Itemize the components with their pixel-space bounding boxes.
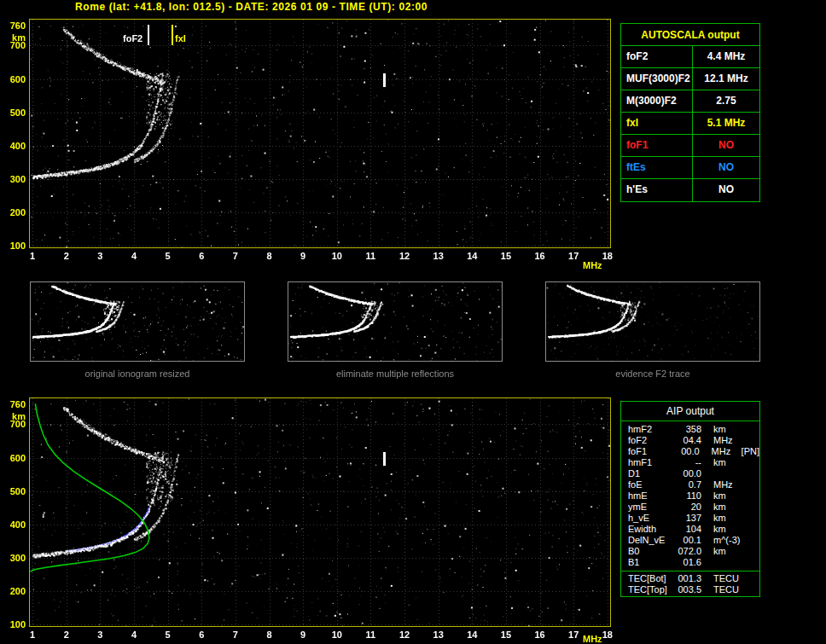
- aip-unit-label: km: [701, 424, 744, 435]
- aip-param-label: DelN_vE: [621, 535, 669, 546]
- x-axis-tick-label: 17: [563, 251, 584, 261]
- aip-row: TEC[Top]003.5TECU: [621, 584, 759, 595]
- x-axis-tick-label: 13: [428, 251, 449, 261]
- x-axis-tick-label: 1: [22, 629, 43, 640]
- autoscala-value: 4.4 MHz: [693, 46, 759, 67]
- x-axis-tick-label: 7: [225, 629, 246, 640]
- autoscala-param-label: foF1: [621, 135, 693, 156]
- x-axis-tick-label: 8: [259, 629, 280, 640]
- x-axis-tick-label: 9: [293, 629, 313, 640]
- aip-param-label: hmE: [621, 490, 669, 502]
- aip-row: foE0.7MHz: [621, 479, 759, 490]
- aip-value: 358: [669, 424, 701, 435]
- aip-value: 137: [669, 513, 701, 524]
- aip-tec-rows: TEC[Bot]001.3TECUTEC[Top]003.5TECU: [621, 571, 759, 595]
- x-axis-tick-label: 11: [360, 629, 381, 640]
- x-axis-tick-label: 17: [563, 629, 584, 640]
- x-axis-tick-label: 10: [327, 251, 347, 261]
- fof2-marker-line: [148, 25, 149, 45]
- aip-param-label: D1: [621, 468, 669, 479]
- aip-param-label: foF1: [621, 446, 668, 457]
- x-axis-tick-label: 6: [191, 629, 212, 640]
- aip-value: 20: [669, 502, 701, 513]
- thumbnail-original-canvas: [31, 282, 244, 361]
- autoscala-row: h'EsNO: [621, 179, 759, 201]
- autoscala-value: 2.75: [693, 90, 759, 112]
- aip-param-label: B0: [621, 546, 669, 557]
- autoscala-value: NO: [693, 135, 759, 156]
- x-axis-tick-label: 10: [327, 629, 347, 640]
- y-axis-tick-label: 400: [3, 141, 26, 151]
- aip-unit-label: km: [701, 513, 744, 524]
- x-axis-tick-label: 16: [530, 251, 550, 261]
- aip-row: ymE20km: [621, 502, 759, 513]
- aip-unit-label: km: [701, 524, 744, 535]
- aip-row: hmE110km: [621, 490, 759, 502]
- x-axis-tick-label: 5: [158, 251, 178, 261]
- x-axis-tick-label: 2: [56, 251, 77, 261]
- aip-value: 00.1: [669, 535, 701, 546]
- fof2-marker-label: foF2: [123, 33, 143, 44]
- aip-value: --: [669, 457, 701, 468]
- aip-row: B0072.0km: [621, 546, 759, 557]
- aip-value: 04.4: [669, 435, 701, 446]
- aip-row: h_vE137km: [621, 513, 759, 524]
- autoscala-param-label: MUF(3000)F2: [621, 68, 693, 90]
- y-axis-unit-label: km: [3, 411, 26, 421]
- fxi-marker-label: fxI: [175, 33, 186, 44]
- bottom-ionogram-plot: [29, 397, 611, 627]
- aip-value: 00.0: [669, 468, 701, 479]
- autoscala-value: NO: [693, 179, 759, 201]
- x-axis-tick-label: 12: [394, 629, 415, 640]
- y-axis-tick-label: 100: [3, 619, 26, 629]
- x-axis-tick-label: 6: [191, 251, 212, 261]
- thumbnail-caption-f2: evidence F2 trace: [545, 368, 760, 379]
- aip-unit-label: [701, 557, 744, 568]
- aip-param-label: hmF2: [621, 424, 669, 435]
- aip-value: 01.6: [669, 557, 701, 568]
- aip-row: foF204.4MHz: [621, 435, 759, 446]
- autoscala-rows: foF24.4 MHzMUF(3000)F212.1 MHzM(3000)F22…: [621, 46, 759, 201]
- x-axis-tick-label: 14: [462, 629, 482, 640]
- autoscala-value: NO: [693, 157, 759, 178]
- aip-row: foF100.0MHz[PN]: [621, 446, 759, 457]
- x-axis-tick-label: 4: [124, 629, 144, 640]
- aip-output-panel: AIP output hmF2358kmfoF204.4MHzfoF100.0M…: [620, 401, 760, 597]
- x-axis-tick-label: 2: [56, 629, 77, 640]
- aip-note-label: [PN]: [742, 446, 759, 457]
- aip-row: TEC[Bot]001.3TECU: [621, 573, 759, 584]
- aip-value: 003.5: [669, 584, 701, 595]
- y-axis-unit-label: km: [3, 32, 26, 43]
- aip-row: B101.6: [621, 557, 759, 568]
- y-axis-tick-label: 760: [3, 20, 26, 31]
- aip-unit-label: MHz: [701, 435, 744, 446]
- aip-param-label: Ewidth: [621, 524, 669, 535]
- aip-value: 0.7: [669, 479, 701, 490]
- fxi-marker-line: [172, 25, 173, 45]
- aip-rows: hmF2358kmfoF204.4MHzfoF100.0MHz[PN]hmF1-…: [621, 421, 759, 568]
- aip-value: 104: [669, 524, 701, 535]
- aip-param-label: B1: [621, 557, 669, 568]
- aip-unit-label: [701, 468, 744, 479]
- thumbnail-caption-original: original ionogram resized: [30, 368, 245, 379]
- y-axis-tick-label: 700: [3, 40, 26, 50]
- y-axis-tick-label: 300: [3, 553, 26, 563]
- aip-param-label: h_vE: [621, 513, 669, 524]
- x-axis-tick-label: 1: [22, 251, 43, 261]
- x-axis-tick-label: 7: [225, 251, 246, 261]
- y-axis-tick-label: 100: [3, 241, 26, 251]
- y-axis-tick-label: 760: [3, 399, 26, 409]
- aip-row: Ewidth104km: [621, 524, 759, 535]
- aip-unit-label: MHz: [701, 479, 744, 490]
- y-axis-tick-label: 300: [3, 174, 26, 184]
- autoscala-value: 5.1 MHz: [693, 113, 759, 134]
- x-axis-tick-label: 15: [496, 251, 516, 261]
- x-axis-tick-label: 11: [360, 251, 381, 261]
- thumbnail-caption-eliminate: eliminate multiple reflections: [288, 368, 503, 379]
- top-ionogram-plot: foF2 fxI: [29, 19, 611, 248]
- autoscala-row: ftEsNO: [621, 157, 759, 179]
- x-axis-tick-label: 4: [124, 251, 144, 261]
- autoscala-param-label: h'Es: [621, 179, 693, 201]
- aip-row: hmF1--km: [621, 457, 759, 468]
- y-axis-tick-label: 700: [3, 419, 26, 429]
